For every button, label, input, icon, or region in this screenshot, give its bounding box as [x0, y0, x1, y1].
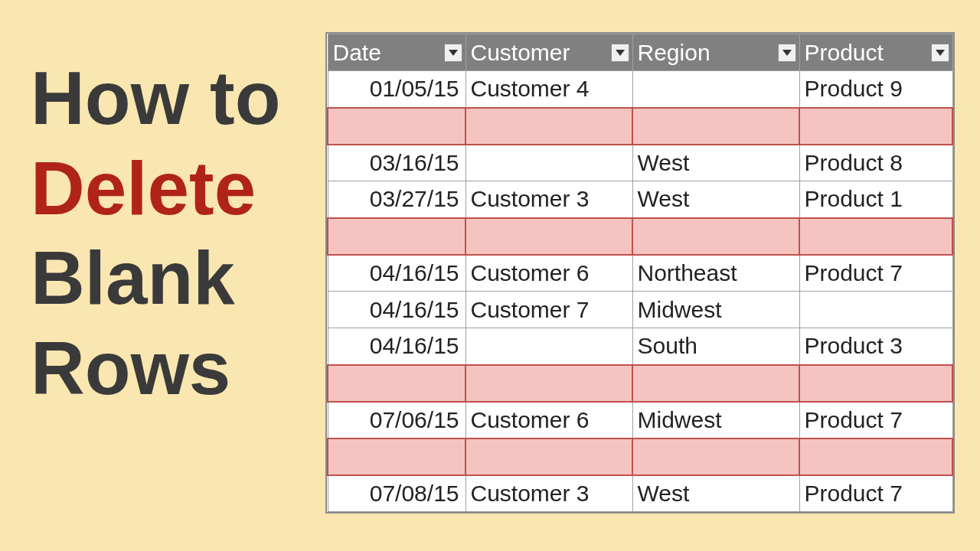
- header-customer[interactable]: Customer: [466, 34, 632, 71]
- cell-region[interactable]: [632, 71, 799, 108]
- cell-date[interactable]: [328, 218, 466, 255]
- cell-date[interactable]: 07/06/15: [328, 402, 466, 439]
- table-row[interactable]: 03/27/15Customer 3WestProduct 1: [328, 181, 952, 218]
- cell-region[interactable]: South: [632, 328, 799, 365]
- table-row[interactable]: [328, 439, 952, 475]
- header-product[interactable]: Product: [799, 34, 952, 71]
- title-line-3: Blank: [31, 233, 322, 324]
- cell-customer[interactable]: Customer 4: [466, 71, 632, 108]
- cell-date[interactable]: 03/16/15: [328, 145, 466, 181]
- cell-date[interactable]: [328, 365, 466, 402]
- cell-product[interactable]: Product 7: [799, 475, 952, 512]
- cell-customer[interactable]: [466, 145, 632, 181]
- filter-dropdown-icon[interactable]: [778, 44, 796, 62]
- table-header-row: Date Customer Region: [328, 34, 952, 71]
- cell-product[interactable]: Product 3: [799, 328, 952, 365]
- filter-dropdown-icon[interactable]: [611, 44, 629, 62]
- cell-region[interactable]: [632, 108, 799, 145]
- cell-date[interactable]: 04/16/15: [328, 255, 466, 292]
- header-customer-label: Customer: [471, 40, 570, 65]
- cell-customer[interactable]: [466, 108, 632, 145]
- cell-product[interactable]: Product 8: [799, 145, 952, 181]
- cell-region[interactable]: West: [632, 181, 799, 218]
- table-row[interactable]: [328, 108, 952, 145]
- cell-date[interactable]: [328, 439, 466, 475]
- table-row[interactable]: 07/06/15Customer 6MidwestProduct 7: [328, 402, 952, 439]
- cell-product[interactable]: [799, 292, 952, 328]
- title-block: How to Delete Blank Rows: [31, 54, 322, 413]
- cell-region[interactable]: Midwest: [632, 402, 799, 439]
- header-date[interactable]: Date: [328, 34, 466, 71]
- table-row[interactable]: 04/16/15Customer 6NortheastProduct 7: [328, 255, 952, 292]
- title-line-2: Delete: [31, 144, 322, 234]
- header-date-label: Date: [333, 40, 381, 65]
- table-row[interactable]: [328, 218, 952, 255]
- cell-customer[interactable]: [466, 218, 632, 255]
- svg-marker-3: [936, 50, 945, 56]
- cell-date[interactable]: 07/08/15: [328, 475, 466, 512]
- header-region[interactable]: Region: [632, 34, 799, 71]
- cell-region[interactable]: Midwest: [632, 292, 799, 328]
- filter-dropdown-icon[interactable]: [931, 44, 949, 62]
- svg-marker-0: [449, 50, 458, 56]
- cell-date[interactable]: 04/16/15: [328, 328, 466, 365]
- cell-date[interactable]: [328, 108, 466, 145]
- cell-product[interactable]: [799, 218, 952, 255]
- table-row[interactable]: 07/08/15Customer 3WestProduct 7: [328, 475, 952, 512]
- svg-marker-1: [616, 50, 625, 56]
- cell-customer[interactable]: [466, 439, 632, 475]
- cell-product[interactable]: Product 1: [799, 181, 952, 218]
- table-row[interactable]: 01/05/15Customer 4Product 9: [328, 71, 952, 108]
- cell-product[interactable]: Product 7: [799, 255, 952, 292]
- cell-customer[interactable]: Customer 3: [466, 475, 632, 512]
- cell-region[interactable]: [632, 218, 799, 255]
- title-line-1: How to: [31, 54, 322, 144]
- cell-customer[interactable]: [466, 328, 632, 365]
- cell-product[interactable]: [799, 108, 952, 145]
- cell-region[interactable]: Northeast: [632, 255, 799, 292]
- header-region-label: Region: [638, 40, 710, 65]
- cell-product[interactable]: Product 7: [799, 402, 952, 439]
- cell-date[interactable]: 04/16/15: [328, 292, 466, 328]
- cell-date[interactable]: 03/27/15: [328, 181, 466, 218]
- cell-customer[interactable]: Customer 3: [466, 181, 632, 218]
- cell-product[interactable]: [799, 439, 952, 475]
- cell-customer[interactable]: [466, 365, 632, 402]
- cell-region[interactable]: [632, 439, 799, 475]
- header-product-label: Product: [805, 40, 884, 65]
- cell-customer[interactable]: Customer 6: [466, 255, 632, 292]
- table-row[interactable]: 04/16/15Customer 7Midwest: [328, 292, 952, 328]
- excel-table: Date Customer Region: [325, 32, 955, 514]
- cell-customer[interactable]: Customer 6: [466, 402, 632, 439]
- filter-dropdown-icon[interactable]: [444, 44, 462, 62]
- cell-product[interactable]: Product 9: [799, 71, 952, 108]
- cell-product[interactable]: [799, 365, 952, 402]
- cell-region[interactable]: West: [632, 475, 799, 512]
- table-row[interactable]: 04/16/15SouthProduct 3: [328, 328, 952, 365]
- cell-region[interactable]: West: [632, 145, 799, 181]
- cell-region[interactable]: [632, 365, 799, 402]
- title-line-4: Rows: [31, 324, 322, 414]
- cell-date[interactable]: 01/05/15: [328, 71, 466, 108]
- svg-marker-2: [782, 50, 792, 56]
- table-row[interactable]: [328, 365, 952, 402]
- cell-customer[interactable]: Customer 7: [466, 292, 632, 328]
- table-row[interactable]: 03/16/15WestProduct 8: [328, 145, 952, 181]
